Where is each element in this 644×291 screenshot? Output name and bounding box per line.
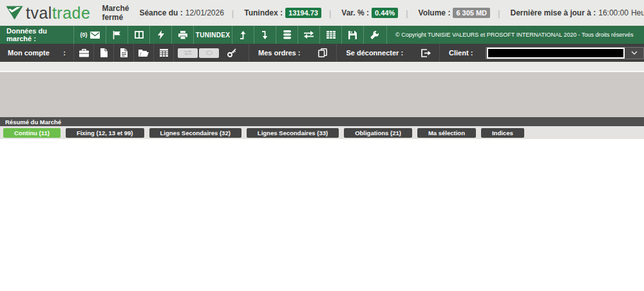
file-text-icon [120,48,128,57]
tab-continu[interactable]: Continu (11) [3,128,61,138]
grid-icon [160,49,168,57]
collapsed-panel [0,72,644,117]
market-data-toolbar: Données du marché : (0) T [0,26,644,44]
save-icon [348,31,357,39]
logout-icon [421,49,431,57]
flag-button[interactable] [106,26,128,44]
market-data-label: Données du marché : [0,26,73,44]
flag-icon [113,31,121,39]
export-up-button[interactable] [232,26,254,44]
swap-button[interactable] [298,26,319,44]
tab-ma-selection[interactable]: Ma sélection [417,128,476,138]
import-down-button[interactable] [254,26,276,44]
key-button[interactable] [223,44,241,62]
variation-percent: Var. % : 0.44% [341,8,398,18]
content-area [0,139,644,291]
mail-button[interactable]: (0) [73,26,106,44]
client-select[interactable] [486,47,644,59]
separator: | [498,8,500,18]
columns-button[interactable] [128,26,149,44]
counter-disabled-icon [205,50,213,55]
copyright-text: © Copyright TUNISIE VALEURS et PROSOFT I… [386,26,634,44]
bolt-icon [158,30,164,39]
my-account-label: Mon compte : [0,44,73,62]
top-header: tvaltrade Marché fermé Séance du : 12/01… [0,0,644,26]
my-orders-button[interactable] [309,44,336,62]
market-summary-titlebar: Résumé du Marché [0,117,644,126]
copy-pages-icon [318,48,327,57]
file-icon [100,48,108,57]
open-folder-button[interactable] [133,44,153,62]
statement-button[interactable] [113,44,133,62]
mail-icon [90,32,100,39]
briefcase-icon [79,49,89,57]
disabled-swap-box[interactable] [178,48,198,58]
app-logo: tvaltrade [6,5,90,21]
portfolio-button[interactable] [73,44,93,62]
disabled-counter-box[interactable] [199,48,219,58]
key-icon [227,48,236,57]
separator: | [232,8,234,18]
table-icon [327,31,336,39]
database-button[interactable] [276,26,298,44]
logout-label: Se déconnecter : [336,44,412,62]
arrow-bent-down-icon [261,31,269,39]
last-update: Dernière mise à jour à : 16:00:00 Heure … [510,8,644,17]
tab-fixing[interactable]: Fixing (12, 13 et 99) [66,128,144,138]
volume: Volume : 6 305 MD [419,8,490,18]
save-button[interactable] [341,26,363,44]
market-summary-title: Résumé du Marché [5,118,61,126]
swap-disabled-icon [184,50,192,55]
market-summary-tabs: Continu (11) Fixing (12, 13 et 99) Ligne… [0,126,644,139]
swap-icon [304,31,314,39]
tval-trade-app: tvaltrade Marché fermé Séance du : 12/01… [0,0,644,291]
variation-badge: 0.44% [372,8,398,18]
tab-lignes-secondaires-32[interactable]: Lignes Secondaires (32) [149,128,242,138]
client-value-redacted [487,48,625,59]
calculator-button[interactable] [153,44,173,62]
my-orders-label: Mes ordres : [249,44,309,62]
logo-text: tvaltrade [26,5,90,21]
tunindex-button[interactable]: TUNINDEX [193,26,232,44]
tab-obligations[interactable]: Obligations (21) [344,128,412,138]
wrench-icon [370,31,379,39]
logo-bird-icon [6,6,23,20]
database-icon [283,30,291,39]
market-status: Marché fermé [102,4,129,22]
folder-open-icon [138,49,149,57]
account-toolbar: Mon compte : [0,44,644,62]
settings-button[interactable] [363,26,385,44]
arrow-bent-up-icon [240,31,247,39]
bolt-button[interactable] [149,26,171,44]
session-date: Séance du : 12/01/2026 [139,8,223,17]
tab-indices[interactable]: Indices [481,128,524,138]
table-button[interactable] [319,26,341,44]
empty-toolbar-strip [0,62,644,72]
tunindex-badge: 13194.73 [285,8,321,18]
separator: | [406,8,408,18]
separator: | [329,8,331,18]
mail-count: (0) [80,32,88,38]
tab-lignes-secondaires-33[interactable]: Lignes Secondaires (33) [247,128,339,138]
tunindex-value: Tunindex : 13194.73 [244,8,321,18]
client-label: Client : [439,44,482,62]
logout-button[interactable] [412,44,439,62]
volume-badge: 6 305 MD [453,8,490,18]
document-button[interactable] [93,44,113,62]
printer-icon [178,31,187,39]
quick-tools [173,44,223,62]
columns-icon [135,31,144,39]
printer-button[interactable] [171,26,193,44]
chevron-down-icon [625,51,643,55]
